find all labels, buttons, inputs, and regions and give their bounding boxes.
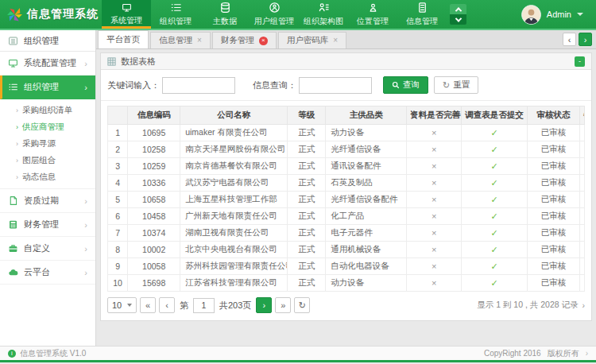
- next-page-button[interactable]: ›: [256, 297, 272, 313]
- chevron-right-icon: ›: [16, 140, 18, 148]
- sidebar-submenu: › 采购组织清单 › 供应商管理 › 采购寻源 › 图层组合 › 动态信息: [0, 99, 95, 189]
- page-number-input[interactable]: [193, 298, 215, 313]
- table-row[interactable]: 7 10374 湖南卫视有限责任公司 正式 电子元器件 × ✓ 已审核 -: [108, 225, 585, 242]
- reset-button[interactable]: ↻ 重置: [434, 76, 478, 94]
- sidebar-item-cloud[interactable]: 云平台 ›: [0, 261, 95, 285]
- page-icon: [8, 196, 18, 206]
- first-page-button[interactable]: «: [140, 297, 156, 313]
- cell-level: 正式: [288, 158, 326, 175]
- chevron-right-icon: ›: [84, 220, 87, 230]
- cell-info-code: 10258: [128, 141, 180, 158]
- cell-data-complete-mark: ×: [407, 141, 462, 158]
- topnav-item-org-chart[interactable]: 组织架构图: [299, 0, 348, 29]
- sidebar-item-organization[interactable]: 组织管理 ›: [0, 76, 95, 99]
- cell-info-code: 10336: [128, 175, 180, 192]
- sidebar-item-qualification-expire[interactable]: 资质过期 ›: [0, 189, 95, 213]
- topnav-item-master-data[interactable]: 主数据: [200, 0, 250, 29]
- cell-note: -: [579, 141, 584, 158]
- sidebar-item-system-config[interactable]: 系统配置管理 ›: [0, 52, 95, 76]
- cell-level: 正式: [288, 242, 326, 258]
- page-size-select[interactable]: 10: [107, 297, 137, 313]
- close-icon[interactable]: ×: [333, 37, 338, 45]
- sidebar-header: 组织管理: [0, 30, 95, 52]
- tab-scroll-left-button[interactable]: ‹: [563, 33, 576, 46]
- panel-collapse-icon[interactable]: -: [575, 56, 585, 67]
- footer-copyright: CopyRight 2016: [484, 349, 541, 358]
- tab-scroll-right-button[interactable]: ›: [579, 33, 592, 46]
- table-row[interactable]: 9 10058 苏州科技园管理有限责任公司 正式 自动化电器设备 × ✓ 已审核…: [108, 258, 585, 275]
- table-row[interactable]: 8 10002 北京中央电视台有限公司 正式 通用机械设备 × ✓ 已审核 -: [108, 242, 585, 258]
- cell-survey-check-mark: ✓: [462, 175, 528, 192]
- topnav-item-information[interactable]: 信息管理: [397, 0, 447, 29]
- refresh-button[interactable]: ↻: [294, 297, 310, 313]
- sub-item-label: 图层组合: [22, 155, 56, 166]
- cell-row-number: 4: [108, 175, 128, 192]
- sidebar-item-custom[interactable]: 自定义 ›: [0, 237, 95, 261]
- top-nav: 系统管理 组织管理 主数据 用户组管理 组织架构图 位置管理 信息管理: [102, 0, 447, 29]
- nav-collapse-button[interactable]: [450, 4, 466, 25]
- cell-row-number: 2: [108, 141, 128, 158]
- tab-finance-management[interactable]: 财务管理 ×: [212, 32, 277, 48]
- app-logo: 信息管理系统: [0, 0, 102, 29]
- sidebar-sub-item-supplier-management[interactable]: › 供应商管理: [0, 118, 95, 135]
- footer-version: 信息管理系统 V1.0: [20, 348, 86, 359]
- cell-info-code: 15698: [128, 275, 180, 292]
- last-page-button[interactable]: »: [275, 297, 291, 313]
- sidebar-item-label: 财务管理: [24, 219, 59, 230]
- table-row[interactable]: 2 10258 南京天泽星网股份有限公司 正式 光纤通信设备 × ✓ 已审核 -: [108, 141, 585, 158]
- table-row[interactable]: 1 10695 uimaker 有限责任公司 正式 动力设备 × ✓ 已审核 -: [108, 125, 585, 141]
- topnav-item-system[interactable]: 系统管理: [102, 0, 151, 29]
- topnav-item-location[interactable]: 位置管理: [348, 0, 397, 29]
- cell-note: -: [579, 158, 584, 175]
- search-form: 关键词输入： 信息查询： 查询 ↻ 重置: [101, 70, 591, 101]
- table-row[interactable]: 3 10259 南京肯德基餐饮有限公司 正式 通讯设备配件 × ✓ 已审核 -: [108, 158, 585, 175]
- cell-data-complete-mark: ×: [407, 275, 462, 292]
- col-audit-status: 审核状态: [527, 106, 579, 125]
- cell-survey-check-mark: ✓: [462, 125, 528, 141]
- cell-survey-check-mark: ✓: [462, 208, 528, 225]
- col-level: 等级: [288, 106, 326, 125]
- chevron-up-icon[interactable]: [450, 4, 466, 14]
- sidebar-sub-item-purchase-sourcing[interactable]: › 采购寻源: [0, 135, 95, 152]
- tab-user-password[interactable]: 用户密码库 ×: [278, 32, 346, 48]
- cell-main-category: 光纤通信设备配件: [326, 192, 407, 208]
- tab-scroll-controls: ‹ ›: [563, 33, 592, 46]
- keyword-input[interactable]: [162, 77, 235, 94]
- query-button[interactable]: 查询: [383, 76, 428, 94]
- chevron-down-icon[interactable]: [450, 14, 466, 25]
- records-expand-icon[interactable]: ›: [582, 300, 586, 310]
- info-icon: i: [8, 350, 16, 358]
- close-icon-red[interactable]: ×: [259, 37, 268, 45]
- cell-level: 正式: [288, 125, 326, 141]
- cell-info-code: 10374: [128, 225, 180, 242]
- avatar[interactable]: [521, 5, 541, 25]
- cell-info-code: 10458: [128, 208, 180, 225]
- close-icon[interactable]: ×: [197, 37, 202, 45]
- sidebar-sub-item-layer-group[interactable]: › 图层组合: [0, 152, 95, 168]
- footer: i 信息管理系统 V1.0 CopyRight 2016 版权所有 ›: [0, 346, 596, 360]
- sidebar-sub-item-purchase-org-list[interactable]: › 采购组织清单: [0, 102, 95, 118]
- cell-note: -: [579, 275, 584, 292]
- table-row[interactable]: 4 10336 武汉苏宁电器有限公司 正式 石英及制品 × ✓ 已审核 -: [108, 175, 585, 192]
- topnav-item-organization[interactable]: 组织管理: [151, 0, 200, 29]
- prev-page-button[interactable]: ‹: [159, 297, 175, 313]
- cell-audit-status: 已审核: [527, 125, 579, 141]
- sub-item-label: 采购组织清单: [22, 105, 72, 116]
- table-row[interactable]: 6 10458 广州新天地有限责任公司 正式 化工产品 × ✓ 已审核 -: [108, 208, 585, 225]
- table-row[interactable]: 5 10658 上海五星科技管理工作部 正式 光纤通信设备配件 × ✓ 已审核 …: [108, 192, 585, 208]
- table-row[interactable]: 10 15698 江苏省科技管理有限公司 正式 动力设备 × ✓ 已审核 -: [108, 275, 585, 292]
- sidebar-item-finance[interactable]: 财务管理 ›: [0, 213, 95, 237]
- topnav-item-user-group[interactable]: 用户组管理: [250, 0, 299, 29]
- sub-item-label: 动态信息: [22, 172, 56, 183]
- cell-company-name: 南京肯德基餐饮有限公司: [180, 158, 288, 175]
- cell-survey-check-mark: ✓: [462, 242, 528, 258]
- info-query-input[interactable]: [299, 77, 372, 94]
- user-menu[interactable]: Admin: [521, 0, 596, 29]
- refresh-icon: ↻: [443, 80, 450, 91]
- data-table-panel: 数据表格 - 关键词输入： 信息查询： 查询 ↻ 重置: [100, 52, 592, 321]
- tab-platform-home[interactable]: 平台首页: [98, 30, 149, 48]
- sidebar-sub-item-dynamic-info[interactable]: › 动态信息: [0, 168, 95, 185]
- tab-info-management[interactable]: 信息管理 ×: [150, 32, 211, 48]
- topnav-label: 组织架构图: [304, 16, 343, 27]
- cell-company-name: 江苏省科技管理有限公司: [180, 275, 288, 292]
